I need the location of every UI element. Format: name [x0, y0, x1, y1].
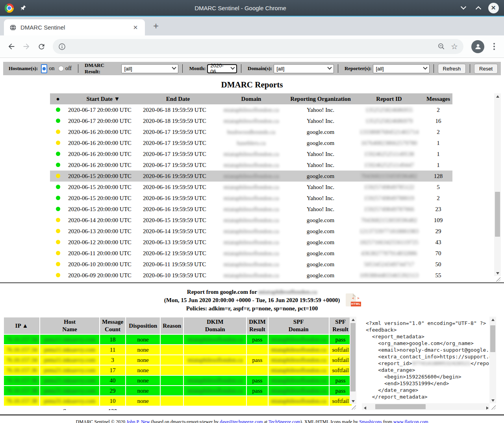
report-row[interactable]: 2020-06-11 20:00:00 UTC2020-06-12 19:59:…	[50, 248, 452, 259]
bookmark-star-icon[interactable]: ☆	[451, 42, 458, 51]
footer-link[interactable]: www.flaticon.com	[393, 419, 428, 423]
report-row[interactable]: 2020-06-16 20:00:00 UTC2020-06-17 19:59:…	[50, 160, 452, 171]
col-report-id[interactable]: Report ID	[354, 93, 424, 104]
browser-tab[interactable]: DMARC Sentinel ✕	[4, 19, 145, 35]
scrollbar-thumb[interactable]	[350, 323, 356, 391]
detail-col-dkim[interactable]: DKIMResult	[247, 317, 268, 334]
xml-viewer[interactable]: <?xml version="1.0" encoding="UTF-8" ?><…	[362, 317, 496, 410]
scroll-up-icon[interactable]	[489, 317, 496, 323]
xml-line: </date_range>	[366, 387, 489, 393]
detail-reason	[161, 396, 183, 406]
refresh-button[interactable]: Refresh	[438, 64, 466, 74]
reload-button[interactable]	[34, 39, 49, 54]
report-row[interactable]: 2020-06-16 20:00:00 UTC2020-06-17 19:59:…	[50, 137, 452, 148]
scroll-left-icon[interactable]	[362, 405, 368, 411]
report-row[interactable]: 2020-06-16 20:00:00 UTC2020-06-17 19:59:…	[50, 126, 452, 137]
hostnames-off-radio[interactable]	[58, 66, 64, 71]
detail-col-dkim[interactable]: DKIMDomain	[184, 317, 246, 334]
month-select[interactable]: 2020-06	[207, 64, 237, 73]
detail-col-spf[interactable]: SPFDomain	[269, 317, 329, 334]
footer-link[interactable]: TechSneeze.com	[269, 419, 300, 423]
scrollbar-thumb[interactable]	[375, 404, 426, 409]
dmarc-result-select[interactable]: [all]	[121, 64, 178, 73]
report-row[interactable]: 2020-06-17 20:00:00 UTC2020-06-18 19:59:…	[50, 115, 452, 126]
report-row[interactable]: 2020-06-15 20:00:00 UTC2020-06-16 19:59:…	[50, 204, 452, 215]
detail-col-message[interactable]: MessageCount	[100, 317, 125, 334]
report-end-date: 2020-06-13 19:59:59 UTC	[141, 237, 215, 248]
col-reporting-org[interactable]: Reporting Organization	[287, 93, 354, 104]
footer-link[interactable]: Smashicons	[359, 419, 382, 423]
scroll-right-icon[interactable]	[484, 405, 490, 411]
detail-date-range: (Mon, 15 Jun 2020 20:00:00 +0000 - Tue, …	[0, 296, 504, 304]
report-domain: bushwoodhounds.ca	[215, 126, 287, 137]
report-row[interactable]: 2020-06-10 20:00:00 UTC2020-06-11 19:59:…	[50, 259, 452, 270]
resize-grip-icon[interactable]	[490, 404, 496, 410]
minimize-button[interactable]	[458, 2, 469, 14]
report-row[interactable]: 2020-06-17 20:00:00 UTC2020-06-18 19:59:…	[50, 104, 452, 115]
resize-grip-icon[interactable]	[495, 276, 500, 282]
html-file-icon[interactable]: < > HTML	[346, 293, 356, 306]
profile-avatar[interactable]	[471, 40, 484, 53]
domains-select[interactable]: [all]	[274, 64, 334, 73]
maximize-button[interactable]	[472, 2, 484, 14]
page-info-icon[interactable]	[58, 43, 66, 50]
report-row[interactable]: 2020-06-13 20:00:00 UTC2020-06-14 19:59:…	[50, 226, 452, 237]
detail-spf-domain: miataphilesoflondon.ca	[269, 396, 329, 406]
reporters-select[interactable]: [all]	[373, 64, 429, 73]
detail-scrollbar[interactable]	[350, 317, 356, 404]
close-window-button[interactable]: ✕	[487, 2, 499, 14]
report-row[interactable]: 2020-06-15 20:00:00 UTC2020-06-16 19:59:…	[50, 193, 452, 204]
detail-dkim-result: pass	[247, 335, 268, 344]
scroll-down-icon[interactable]	[494, 270, 501, 276]
detail-host: pmta11.inksavvy.com	[40, 335, 99, 344]
detail-col-ip[interactable]: IP ▲	[4, 317, 39, 334]
address-bar[interactable]: ☆	[53, 39, 463, 54]
report-messages: 128	[424, 171, 452, 182]
redacted-text: miataphilesoflondon.ca	[224, 173, 279, 179]
xml-vertical-scrollbar[interactable]	[489, 317, 496, 403]
xml-horizontal-scrollbar[interactable]	[362, 403, 489, 410]
report-domain: miataphilesoflondon.ca	[215, 148, 287, 160]
col-start-date[interactable]: Start Date ▼	[66, 93, 141, 104]
yellow-status-dot-icon	[56, 174, 60, 178]
detail-col-host[interactable]: HostName	[40, 317, 99, 334]
tab-close-icon[interactable]: ✕	[132, 24, 139, 31]
report-row[interactable]: 2020-06-15 20:00:00 UTC2020-06-16 19:59:…	[50, 171, 452, 182]
xml-content: <?xml version="1.0" encoding="UTF-8" ?><…	[362, 317, 489, 403]
forward-button[interactable]	[19, 39, 34, 54]
report-row[interactable]: 2020-06-15 20:00:00 UTC2020-06-16 19:59:…	[50, 182, 452, 193]
footer-link[interactable]: John P. New	[126, 419, 150, 423]
back-button[interactable]	[4, 39, 19, 54]
detail-col-reason[interactable]: Reason	[161, 317, 183, 334]
report-row[interactable]: 2020-06-16 20:00:00 UTC2020-06-17 19:59:…	[50, 148, 452, 160]
scroll-down-icon[interactable]	[350, 398, 356, 404]
redacted-text: 4363827787914832886	[361, 250, 417, 256]
reset-button[interactable]: Reset	[474, 64, 498, 74]
report-row[interactable]: 2020-06-12 20:00:00 UTC2020-06-13 19:59:…	[50, 237, 452, 248]
reports-scrollbar[interactable]	[494, 93, 501, 276]
scroll-up-icon[interactable]	[350, 317, 356, 323]
detail-reason	[161, 365, 183, 375]
new-tab-button[interactable]: +	[150, 20, 161, 32]
col-end-date[interactable]: End Date	[141, 93, 215, 104]
scrollbar-thumb[interactable]	[495, 192, 500, 237]
scroll-down-icon[interactable]	[489, 397, 496, 403]
col-domain[interactable]: Domain	[215, 93, 287, 104]
report-start-date: 2020-06-16 20:00:00 UTC	[66, 160, 141, 171]
hostnames-on-radio[interactable]	[41, 64, 47, 73]
detail-reason	[161, 355, 183, 365]
browser-menu-icon[interactable]	[488, 43, 500, 50]
footer-link[interactable]: dave@techsneeze.com	[220, 419, 263, 423]
green-status-dot-icon	[56, 196, 60, 200]
zoom-out-icon[interactable]	[437, 43, 445, 50]
scrollbar-thumb[interactable]	[490, 325, 495, 352]
col-messages[interactable]: Messages	[424, 93, 452, 104]
scroll-up-icon[interactable]	[494, 93, 501, 99]
report-row[interactable]: 2020-06-09 20:00:00 UTC2020-06-10 19:59:…	[50, 270, 452, 281]
detail-col-disposition[interactable]: Disposition	[126, 317, 160, 334]
filter-separator	[434, 64, 434, 73]
redacted-text: miataphilesoflondon.ca	[271, 357, 326, 363]
report-row[interactable]: 2020-06-14 20:00:00 UTC2020-06-15 19:59:…	[50, 215, 452, 226]
detail-dkim-result: pass	[247, 386, 268, 395]
detail-col-spf[interactable]: SPFResult	[330, 317, 352, 334]
